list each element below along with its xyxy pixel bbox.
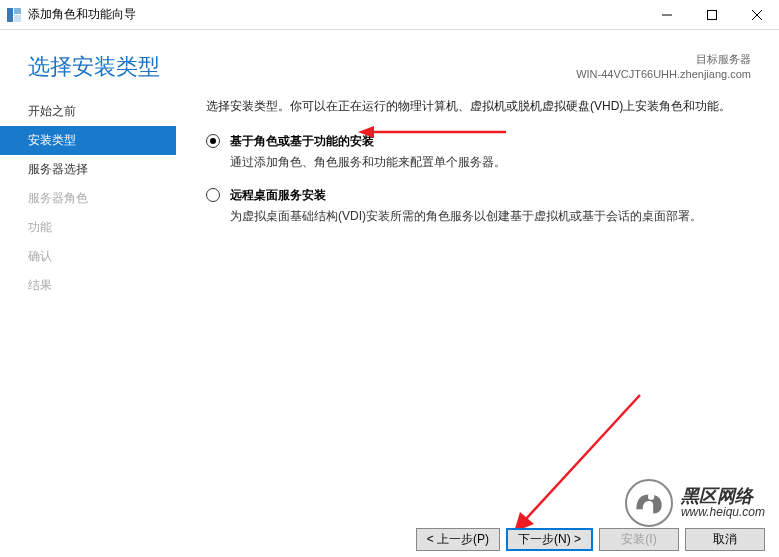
watermark-logo-icon (625, 479, 673, 527)
radio-remote-desktop[interactable] (206, 188, 220, 202)
watermark: 黑区网络 www.heiqu.com (625, 479, 765, 527)
cancel-button[interactable]: 取消 (685, 528, 765, 551)
close-button[interactable] (734, 0, 779, 30)
watermark-cn: 黑区网络 (681, 487, 765, 507)
nav-before-begin[interactable]: 开始之前 (28, 97, 176, 126)
radio-role-based[interactable] (206, 134, 220, 148)
page-title: 选择安装类型 (28, 52, 160, 82)
prev-button[interactable]: < 上一步(P) (416, 528, 500, 551)
maximize-button[interactable] (689, 0, 734, 30)
wizard-footer: < 上一步(P) 下一步(N) > 安装(I) 取消 (416, 528, 765, 551)
wizard-body: 开始之前 安装类型 服务器选择 服务器角色 功能 确认 结果 选择安装类型。你可… (0, 93, 779, 300)
svg-rect-0 (7, 8, 13, 22)
nav-install-type[interactable]: 安装类型 (0, 126, 176, 155)
minimize-button[interactable] (644, 0, 689, 30)
window-title: 添加角色和功能向导 (28, 6, 136, 23)
next-button[interactable]: 下一步(N) > (506, 528, 593, 551)
app-icon (6, 7, 22, 23)
target-server-info: 目标服务器 WIN-44VCJT66UHH.zhenjiang.com (576, 52, 751, 83)
wizard-main: 选择安装类型。你可以在正在运行的物理计算机、虚拟机或脱机虚拟硬盘(VHD)上安装… (176, 97, 779, 300)
titlebar: 添加角色和功能向导 (0, 0, 779, 30)
option-remote-desktop[interactable]: 远程桌面服务安装 为虚拟桌面基础结构(VDI)安装所需的角色服务以创建基于虚拟机… (206, 187, 751, 225)
nav-results: 结果 (28, 271, 176, 300)
option-body: 基于角色或基于功能的安装 通过添加角色、角色服务和功能来配置单个服务器。 (230, 133, 751, 171)
svg-rect-2 (14, 15, 21, 22)
option-remote-desktop-desc: 为虚拟桌面基础结构(VDI)安装所需的角色服务以创建基于虚拟机或基于会话的桌面部… (230, 207, 751, 225)
option-role-based[interactable]: 基于角色或基于功能的安装 通过添加角色、角色服务和功能来配置单个服务器。 (206, 133, 751, 171)
target-server-value: WIN-44VCJT66UHH.zhenjiang.com (576, 67, 751, 82)
watermark-url: www.heiqu.com (681, 506, 765, 519)
nav-confirm: 确认 (28, 242, 176, 271)
svg-rect-1 (14, 8, 21, 14)
option-body: 远程桌面服务安装 为虚拟桌面基础结构(VDI)安装所需的角色服务以创建基于虚拟机… (230, 187, 751, 225)
wizard-header: 选择安装类型 目标服务器 WIN-44VCJT66UHH.zhenjiang.c… (0, 30, 779, 93)
instruction-text: 选择安装类型。你可以在正在运行的物理计算机、虚拟机或脱机虚拟硬盘(VHD)上安装… (206, 97, 751, 115)
target-server-label: 目标服务器 (576, 52, 751, 67)
watermark-text: 黑区网络 www.heiqu.com (681, 487, 765, 520)
nav-features: 功能 (28, 213, 176, 242)
svg-line-10 (525, 395, 640, 520)
option-role-based-desc: 通过添加角色、角色服务和功能来配置单个服务器。 (230, 153, 751, 171)
nav-server-selection[interactable]: 服务器选择 (28, 155, 176, 184)
svg-point-9 (648, 494, 654, 500)
option-role-based-title: 基于角色或基于功能的安装 (230, 133, 751, 150)
svg-rect-4 (707, 10, 716, 19)
install-button: 安装(I) (599, 528, 679, 551)
option-remote-desktop-title: 远程桌面服务安装 (230, 187, 751, 204)
window-controls (644, 0, 779, 30)
nav-server-roles: 服务器角色 (28, 184, 176, 213)
annotation-arrow-bottom (510, 390, 650, 540)
wizard-nav: 开始之前 安装类型 服务器选择 服务器角色 功能 确认 结果 (0, 97, 176, 300)
